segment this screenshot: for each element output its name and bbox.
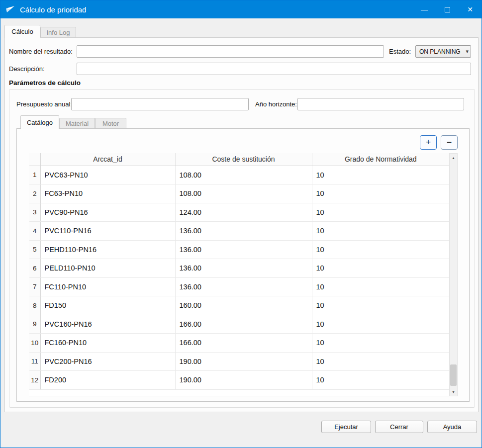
presupuesto-input[interactable] — [71, 98, 249, 110]
minimize-button[interactable]: — — [413, 0, 436, 18]
cell-grado[interactable]: 10 — [312, 184, 449, 203]
table-row: 11 PVC200-PN16 190.00 10 — [29, 352, 449, 371]
maximize-button[interactable] — [436, 0, 459, 18]
row-number[interactable]: 5 — [29, 240, 40, 259]
tab-material-label: Material — [66, 120, 89, 127]
window-title: Cálculo de prioridad — [20, 5, 86, 14]
descripcion-input[interactable] — [77, 63, 471, 75]
row-number[interactable]: 6 — [29, 259, 40, 278]
cell-grado[interactable]: 10 — [312, 315, 449, 334]
tab-calculo[interactable]: Cálculo — [4, 25, 40, 38]
catalogo-tab-panel: + − Arccat_id Coste de s — [16, 128, 470, 402]
ejecutar-button[interactable]: Ejecutar — [321, 421, 371, 433]
cell-coste[interactable]: 166.00 — [175, 315, 312, 334]
row-number[interactable]: 2 — [29, 184, 40, 203]
catalog-table-viewport: Arccat_id Coste de sustitución Grado de … — [29, 153, 449, 396]
parametros-group-title: Parámetros de cálculo — [9, 79, 81, 87]
cell-grado[interactable]: 10 — [312, 259, 449, 278]
cell-arccat-id[interactable]: PVC160-PN16 — [40, 315, 175, 334]
tab-catalogo[interactable]: Catálogo — [20, 115, 59, 129]
cell-coste[interactable]: 124.00 — [175, 203, 312, 222]
cell-grado[interactable]: 10 — [312, 277, 449, 296]
cell-grado[interactable]: 10 — [312, 222, 449, 241]
table-row: 3 PVC90-PN16 124.00 10 — [29, 203, 449, 222]
table-row: 10 FC160-PN10 166.00 10 — [29, 334, 449, 353]
table-corner-cell[interactable] — [29, 153, 40, 166]
row-number[interactable]: 1 — [29, 166, 40, 184]
cell-coste[interactable]: 190.00 — [175, 371, 312, 390]
cell-coste[interactable]: 190.00 — [175, 352, 312, 371]
row-number[interactable]: 4 — [29, 222, 40, 241]
cell-arccat-id[interactable]: PELD110-PN10 — [40, 259, 175, 278]
table-row: 12 FD200 190.00 10 — [29, 371, 449, 390]
scroll-down-icon: ▼ — [452, 390, 455, 394]
cell-arccat-id[interactable]: PEHD110-PN16 — [40, 240, 175, 259]
table-row: 6 PELD110-PN10 136.00 10 — [29, 259, 449, 278]
cerrar-button[interactable]: Cerrar — [375, 421, 423, 433]
table-row: 8 FD150 160.00 10 — [29, 296, 449, 315]
descripcion-label: Descripción: — [9, 63, 45, 75]
cell-grado[interactable]: 10 — [312, 352, 449, 371]
cell-grado[interactable]: 10 — [312, 203, 449, 222]
cell-arccat-id[interactable]: PVC90-PN16 — [40, 203, 175, 222]
tab-material[interactable]: Material — [59, 118, 95, 129]
cell-coste[interactable]: 136.00 — [175, 222, 312, 241]
scroll-up-button[interactable]: ▲ — [450, 154, 457, 162]
col-header-arccat-id[interactable]: Arccat_id — [40, 153, 175, 166]
cell-grado[interactable]: 10 — [312, 240, 449, 259]
cell-coste[interactable]: 136.00 — [175, 259, 312, 278]
cell-arccat-id[interactable]: FD150 — [40, 296, 175, 315]
tab-catalogo-label: Catálogo — [27, 119, 53, 126]
cell-arccat-id[interactable]: PVC200-PN16 — [40, 352, 175, 371]
horizonte-input[interactable] — [297, 98, 464, 110]
cell-coste[interactable]: 160.00 — [175, 296, 312, 315]
cell-grado[interactable]: 10 — [312, 334, 449, 353]
scroll-down-button[interactable]: ▼ — [450, 388, 457, 396]
row-number[interactable]: 11 — [29, 352, 40, 371]
cell-arccat-id[interactable]: FC160-PN10 — [40, 334, 175, 353]
cell-coste[interactable]: 136.00 — [175, 277, 312, 296]
cell-arccat-id[interactable]: FC63-PN10 — [40, 184, 175, 203]
cell-arccat-id[interactable]: FC110-PN10 — [40, 277, 175, 296]
estado-combobox[interactable]: ON PLANNING ▾ — [415, 45, 471, 58]
cell-coste[interactable]: 108.00 — [175, 166, 312, 184]
estado-selected-value: ON PLANNING — [419, 48, 461, 55]
cell-grado[interactable]: 10 — [312, 296, 449, 315]
nombre-resultado-input[interactable] — [77, 45, 384, 58]
row-number[interactable]: 10 — [29, 334, 40, 353]
cell-coste[interactable]: 166.00 — [175, 334, 312, 353]
catalog-table: Arccat_id Coste de sustitución Grado de … — [29, 153, 449, 390]
minus-icon: − — [447, 137, 452, 148]
calculo-tab-panel: Nombre del resultado: Estado: ON PLANNIN… — [4, 37, 479, 412]
cell-arccat-id[interactable]: PVC110-PN16 — [40, 222, 175, 241]
ayuda-button[interactable]: Ayuda — [427, 421, 477, 433]
col-header-coste[interactable]: Coste de sustitución — [175, 153, 312, 166]
tab-info-log-label: Info Log — [47, 29, 70, 36]
tab-motor[interactable]: Motor — [95, 118, 126, 129]
col-header-grado[interactable]: Grado de Normatividad — [312, 153, 449, 166]
row-number[interactable]: 7 — [29, 277, 40, 296]
table-row: 4 PVC110-PN16 136.00 10 — [29, 222, 449, 241]
scrollbar-thumb[interactable] — [450, 364, 457, 386]
table-row: 9 PVC160-PN16 166.00 10 — [29, 315, 449, 334]
titlebar[interactable]: Cálculo de prioridad — ✕ — [0, 0, 482, 18]
estado-label: Estado: — [389, 45, 411, 58]
row-number[interactable]: 3 — [29, 203, 40, 222]
row-number[interactable]: 8 — [29, 296, 40, 315]
cell-arccat-id[interactable]: FD200 — [40, 371, 175, 390]
remove-row-button[interactable]: − — [441, 135, 458, 150]
dialog-window: Cálculo de prioridad — ✕ Cálculo Info Lo… — [0, 0, 482, 448]
add-row-button[interactable]: + — [420, 135, 437, 150]
cell-coste[interactable]: 136.00 — [175, 240, 312, 259]
cell-coste[interactable]: 108.00 — [175, 184, 312, 203]
cell-grado[interactable]: 10 — [312, 371, 449, 390]
row-number[interactable]: 12 — [29, 371, 40, 390]
table-row: 1 PVC63-PN10 108.00 10 — [29, 166, 449, 184]
tab-info-log[interactable]: Info Log — [40, 27, 76, 37]
cell-arccat-id[interactable]: PVC63-PN10 — [40, 166, 175, 184]
row-number[interactable]: 9 — [29, 315, 40, 334]
close-button[interactable]: ✕ — [459, 0, 482, 18]
vertical-scrollbar[interactable]: ▲ ▼ — [449, 153, 458, 396]
ayuda-button-label: Ayuda — [443, 423, 462, 431]
cell-grado[interactable]: 10 — [312, 166, 449, 184]
